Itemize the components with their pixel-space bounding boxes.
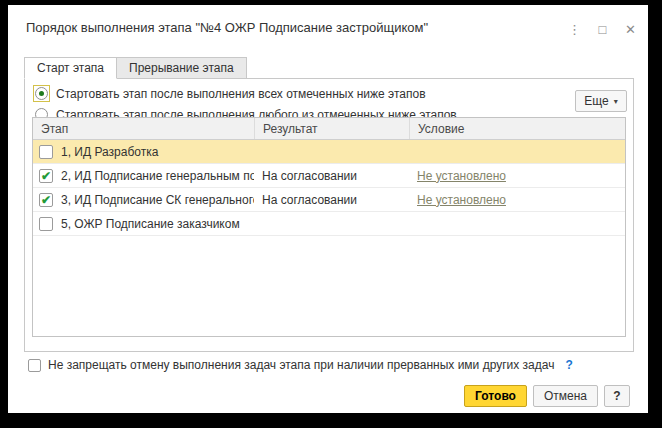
footer-checkbox[interactable] xyxy=(28,359,41,372)
condition-link[interactable]: Не установлено xyxy=(417,193,506,207)
table-row[interactable]: 5, ОЖР Подписание заказчиком xyxy=(33,212,625,236)
done-button[interactable]: Готово xyxy=(464,385,527,407)
row-checkbox-checked[interactable]: ✔ xyxy=(39,193,53,207)
inline-help-icon[interactable]: ? xyxy=(565,358,572,372)
stages-table-header: Этап Результат Условие xyxy=(33,118,625,140)
more-button-label: Еще xyxy=(584,94,608,108)
tab-stage-interrupt-label: Прерывание этапа xyxy=(129,61,234,75)
dialog-title: Порядок выполнения этапа "№4 ОЖР Подписа… xyxy=(26,20,428,35)
more-vert-icon[interactable]: ⋮ xyxy=(567,22,582,37)
radio-focus-frame xyxy=(33,85,50,102)
maximize-icon[interactable]: □ xyxy=(595,22,610,37)
stage-cell: 1, ИД Разработка xyxy=(33,145,254,159)
footer-checkbox-row: Не запрещать отмену выполнения задач эта… xyxy=(28,358,573,372)
radio-option-all-stages[interactable]: Стартовать этап после выполнения всех от… xyxy=(33,85,426,102)
help-button[interactable]: ? xyxy=(604,385,630,407)
stages-table: Этап Результат Условие 1, ИД Разработка … xyxy=(32,117,626,337)
table-row[interactable]: 1, ИД Разработка xyxy=(33,140,625,164)
stage-cell: 5, ОЖР Подписание заказчиком xyxy=(33,217,254,231)
radio-all-stages-label: Стартовать этап после выполнения всех от… xyxy=(56,87,426,101)
screen-background: { "window": { "title": "Порядок выполнен… xyxy=(0,0,662,428)
tab-bar: Старт этапа Прерывание этапа xyxy=(24,57,247,78)
stage-order-dialog: Порядок выполнения этапа "№4 ОЖР Подписа… xyxy=(8,5,648,413)
more-button[interactable]: Еще ▾ xyxy=(575,90,627,112)
tab-stage-start[interactable]: Старт этапа xyxy=(24,57,117,79)
cancel-button[interactable]: Отмена xyxy=(533,385,598,407)
condition-link[interactable]: Не установлено xyxy=(417,169,506,183)
stage-name: 5, ОЖР Подписание заказчиком xyxy=(61,217,240,231)
column-header-result[interactable]: Результат xyxy=(254,118,409,139)
condition-cell: Не установлено xyxy=(409,169,625,183)
row-checkbox-checked[interactable]: ✔ xyxy=(39,169,53,183)
table-row[interactable]: ✔ 2, ИД Подписание генеральным подрядчик… xyxy=(33,164,625,188)
chevron-down-icon: ▾ xyxy=(614,97,618,106)
row-checkbox-unchecked[interactable] xyxy=(39,145,53,159)
column-header-condition[interactable]: Условие xyxy=(409,118,625,139)
condition-cell: Не установлено xyxy=(409,193,625,207)
stage-name: 1, ИД Разработка xyxy=(61,145,158,159)
table-row[interactable]: ✔ 3, ИД Подписание СК генерального подря… xyxy=(33,188,625,212)
result-cell: На согласовании xyxy=(254,193,409,207)
tab-stage-interrupt[interactable]: Прерывание этапа xyxy=(117,57,247,79)
tab-stage-start-label: Старт этапа xyxy=(37,61,104,75)
radio-all-stages-icon[interactable] xyxy=(35,87,48,100)
footer-buttons: Готово Отмена ? xyxy=(464,385,630,407)
stage-cell: ✔ 3, ИД Подписание СК генерального подря… xyxy=(33,193,254,207)
result-cell: На согласовании xyxy=(254,169,409,183)
close-icon[interactable]: ✕ xyxy=(623,22,638,37)
stage-start-panel: Стартовать этап после выполнения всех от… xyxy=(24,78,634,352)
row-checkbox-unchecked[interactable] xyxy=(39,217,53,231)
column-header-stage[interactable]: Этап xyxy=(33,118,254,139)
footer-checkbox-label: Не запрещать отмену выполнения задач эта… xyxy=(48,358,554,372)
stage-name: 3, ИД Подписание СК генерального подрядч… xyxy=(61,193,254,207)
stage-cell: ✔ 2, ИД Подписание генеральным подрядчик… xyxy=(33,169,254,183)
window-controls: ⋮ □ ✕ xyxy=(567,22,638,37)
stage-name: 2, ИД Подписание генеральным подрядчиком xyxy=(61,169,254,183)
